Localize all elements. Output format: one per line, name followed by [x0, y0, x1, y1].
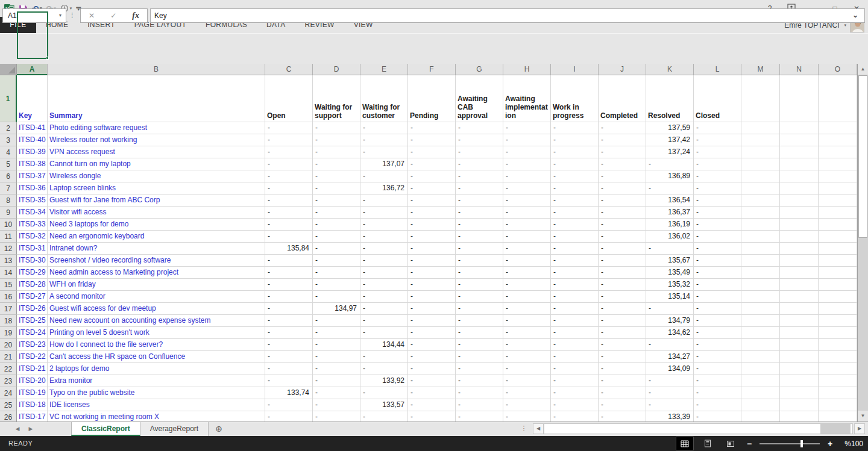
cell-H15[interactable]: -: [503, 279, 551, 291]
cell-G13[interactable]: -: [456, 255, 503, 267]
cell-O2[interactable]: [819, 122, 857, 134]
name-box-dropdown-caret[interactable]: ▾: [55, 8, 65, 23]
cell-D14[interactable]: -: [313, 267, 360, 279]
cell-D9[interactable]: -: [313, 207, 360, 219]
cell-J25[interactable]: -: [599, 399, 646, 411]
cell-E9[interactable]: -: [360, 207, 408, 219]
cell-N16[interactable]: [780, 291, 819, 303]
cell-K9[interactable]: 136,37: [646, 207, 694, 219]
cell-B19[interactable]: Printing on level 5 doesn't work: [48, 327, 265, 339]
cell-F2[interactable]: -: [408, 122, 456, 134]
cell-C18[interactable]: -: [265, 315, 313, 327]
cell-A17[interactable]: ITSD-26: [17, 303, 48, 315]
cell-D3[interactable]: -: [313, 134, 360, 146]
cell-I21[interactable]: -: [551, 351, 599, 363]
cell-H11[interactable]: -: [503, 231, 551, 243]
cell-M10[interactable]: [741, 219, 780, 231]
cell-D6[interactable]: -: [313, 170, 360, 182]
cell-O4[interactable]: [819, 146, 857, 158]
cell-L20[interactable]: -: [694, 339, 741, 351]
cell-B25[interactable]: IDE licenses: [48, 399, 265, 411]
cell-B8[interactable]: Guest wifi for Jane from ABC Corp: [48, 194, 265, 207]
cell-O25[interactable]: [819, 399, 857, 411]
row-header-21[interactable]: 21: [0, 351, 17, 363]
cell-K11[interactable]: 136,02: [646, 231, 694, 243]
cell-I10[interactable]: -: [551, 219, 599, 231]
row-header-9[interactable]: 9: [0, 207, 17, 219]
cell-D23[interactable]: -: [313, 375, 360, 387]
cell-D5[interactable]: -: [313, 158, 360, 170]
vertical-scrollbar-thumb[interactable]: [858, 75, 867, 238]
cell-J8[interactable]: -: [599, 194, 646, 207]
cell-J20[interactable]: -: [599, 339, 646, 351]
column-header-K[interactable]: K: [646, 64, 694, 75]
cell-M15[interactable]: [741, 279, 780, 291]
account-dropdown-caret[interactable]: ▾: [844, 23, 846, 28]
cell-G15[interactable]: -: [456, 279, 503, 291]
cell-G14[interactable]: -: [456, 267, 503, 279]
cell-O6[interactable]: [819, 170, 857, 182]
cell-C23[interactable]: -: [265, 375, 313, 387]
cell-C20[interactable]: -: [265, 339, 313, 351]
cell-C21[interactable]: -: [265, 351, 313, 363]
cell-J17[interactable]: -: [599, 303, 646, 315]
cell-G11[interactable]: -: [456, 231, 503, 243]
page-break-preview-button[interactable]: [722, 437, 739, 450]
cell-E3[interactable]: -: [360, 134, 408, 146]
cell-N11[interactable]: [780, 231, 819, 243]
cell-K21[interactable]: 134,27: [646, 351, 694, 363]
cell-N22[interactable]: [780, 363, 819, 375]
horizontal-splitter[interactable]: ⋮: [520, 421, 528, 436]
row-header-8[interactable]: 8: [0, 194, 17, 207]
column-header-E[interactable]: E: [360, 64, 408, 75]
cell-B23[interactable]: Extra monitor: [48, 375, 265, 387]
cell-J12[interactable]: -: [599, 243, 646, 255]
cell-N26[interactable]: [780, 411, 819, 421]
cell-L5[interactable]: -: [694, 158, 741, 170]
cell-A13[interactable]: ITSD-30: [17, 255, 48, 267]
cell-G4[interactable]: -: [456, 146, 503, 158]
cell-L1[interactable]: Closed: [694, 75, 741, 122]
cell-F7[interactable]: -: [408, 182, 456, 194]
cell-N25[interactable]: [780, 399, 819, 411]
cell-E24[interactable]: -: [360, 387, 408, 399]
cell-K13[interactable]: 135,67: [646, 255, 694, 267]
cell-C25[interactable]: -: [265, 399, 313, 411]
scroll-left-icon[interactable]: ◀: [533, 423, 544, 434]
cell-D20[interactable]: -: [313, 339, 360, 351]
cell-F19[interactable]: -: [408, 327, 456, 339]
cell-J24[interactable]: -: [599, 387, 646, 399]
cell-E26[interactable]: -: [360, 411, 408, 421]
cell-B18[interactable]: Need new account on accounting expense s…: [48, 315, 265, 327]
cell-C6[interactable]: -: [265, 170, 313, 182]
cell-F23[interactable]: -: [408, 375, 456, 387]
cell-M16[interactable]: [741, 291, 780, 303]
cell-E1[interactable]: Waiting for customer: [360, 75, 408, 122]
row-header-5[interactable]: 5: [0, 158, 17, 170]
column-header-C[interactable]: C: [265, 64, 313, 75]
cell-N21[interactable]: [780, 351, 819, 363]
cell-G6[interactable]: -: [456, 170, 503, 182]
cell-J11[interactable]: -: [599, 231, 646, 243]
cell-M24[interactable]: [741, 387, 780, 399]
cell-N10[interactable]: [780, 219, 819, 231]
row-header-23[interactable]: 23: [0, 375, 17, 387]
cell-B3[interactable]: Wireless router not working: [48, 134, 265, 146]
cell-M2[interactable]: [741, 122, 780, 134]
cell-I8[interactable]: -: [551, 194, 599, 207]
cell-H3[interactable]: -: [503, 134, 551, 146]
cell-H19[interactable]: -: [503, 327, 551, 339]
cell-B20[interactable]: How do I connect to the file server?: [48, 339, 265, 351]
column-header-J[interactable]: J: [599, 64, 646, 75]
cell-J13[interactable]: -: [599, 255, 646, 267]
cell-C16[interactable]: -: [265, 291, 313, 303]
cell-C3[interactable]: -: [265, 134, 313, 146]
cell-H24[interactable]: -: [503, 387, 551, 399]
cell-G22[interactable]: -: [456, 363, 503, 375]
cell-K26[interactable]: 133,39: [646, 411, 694, 421]
cell-F16[interactable]: -: [408, 291, 456, 303]
cell-F1[interactable]: Pending: [408, 75, 456, 122]
cell-I16[interactable]: -: [551, 291, 599, 303]
cell-N1[interactable]: [780, 75, 819, 122]
cell-A21[interactable]: ITSD-22: [17, 351, 48, 363]
